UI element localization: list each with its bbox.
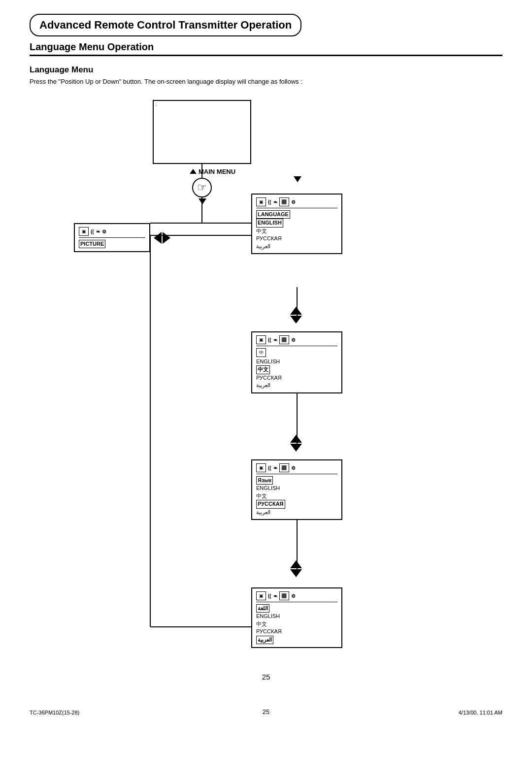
icon-ch-3: ⬛ (279, 463, 289, 472)
lang2-panel-icons: ▣ (( ❧ ⬛ ⚙ (256, 335, 337, 346)
lang1-panel-icons: ▣ (( ❧ ⬛ ⚙ (256, 197, 337, 208)
icon-tv-3: ▣ (256, 463, 266, 472)
icon-tv: ▣ (79, 227, 89, 236)
icon-tv-4: ▣ (256, 591, 266, 600)
icon-vol-3: ❧ (273, 465, 277, 471)
lang2-arabic: العربية (256, 382, 270, 388)
footer-left-text: TC-36PM10Z(15-28) (30, 710, 79, 716)
double-arrow-2-3 (290, 435, 302, 452)
page-title: Advanced Remote Control Transmitter Oper… (30, 14, 301, 36)
lang3-panel-icons: ▣ (( ❧ ⬛ ⚙ (256, 463, 337, 474)
lang1-language-label: LANGUAGE (256, 210, 290, 219)
panel-lang1: ▣ (( ❧ ⬛ ⚙ LANGUAGE ENGLISH 中文 РУССКАЯ ا… (251, 194, 342, 254)
lang3-english: ENGLISH (256, 485, 280, 491)
lang4-russian: РУССКАЯ (256, 628, 282, 634)
lang1-english-label: ENGLISH (256, 219, 283, 227)
icon-set-3: ⚙ (291, 465, 296, 471)
icon-ch-1: ⬛ (279, 197, 289, 206)
main-menu-label: MAIN MENU (190, 168, 235, 175)
icon-vol-4: ❧ (273, 593, 277, 599)
panel-lang4: ▣ (( ❧ ⬛ ⚙ اللغة ENGLISH 中文 РУССКАЯ العر… (251, 587, 342, 648)
icon-set-4: ⚙ (291, 593, 296, 599)
icon-set-2: ⚙ (291, 337, 296, 343)
horiz-arrows (154, 232, 170, 244)
diagram-area: · MAIN MENU ☞ ▣ (( ❧ ⚙ PICTURE ▣ (( ❧ (44, 95, 488, 696)
footer-center-page: 25 (263, 708, 269, 716)
lang3-arabic: العربية (256, 509, 270, 515)
icon-tv-1: ▣ (256, 197, 266, 206)
icon-audio-4: (( (268, 593, 271, 599)
icon-remote: ⚙ (102, 229, 106, 234)
description-text: Press the "Position Up or Down" button. … (30, 78, 502, 85)
lang4-arabic-top-hl: اللغة (256, 604, 269, 613)
lang4-panel-icons: ▣ (( ❧ ⬛ ⚙ (256, 591, 337, 602)
down-arrow-from-cursor (199, 198, 206, 204)
lang2-chinese-hl: 中文 (256, 365, 270, 374)
icon-set-1: ⚙ (291, 199, 296, 205)
icon-audio: (( (91, 229, 94, 234)
arrow-left (154, 232, 162, 244)
panel-lang2: ▣ (( ❧ ⬛ ⚙ 中 ENGLISH 中文 РУССКАЯ العربية (251, 331, 342, 393)
cursor-circle: ☞ (192, 178, 212, 197)
footer-right-text: 4/13/00, 11:01 AM (459, 710, 502, 716)
lang2-chinese-box: 中 (256, 348, 266, 357)
icon-ch-4: ⬛ (279, 591, 289, 600)
lang4-chinese: 中文 (256, 621, 267, 627)
lang3-russian-hl: Язык (256, 476, 273, 485)
lang3-russian-hl2: РУССКАЯ (256, 500, 285, 508)
section-title: Language Menu Operation (30, 41, 502, 56)
double-arrow-3-4 (290, 560, 302, 577)
up-arrow-small (190, 169, 197, 174)
lang1-chinese: 中文 (256, 228, 267, 234)
screen-dot: · (156, 103, 157, 108)
main-menu-text: MAIN MENU (199, 168, 235, 175)
lang4-panel-text: اللغة ENGLISH 中文 РУССКАЯ العربية (256, 604, 337, 644)
lang1-arabic: العربية (256, 243, 270, 249)
icon-audio-2: (( (268, 337, 271, 343)
picture-panel-icons: ▣ (( ❧ ⚙ (79, 227, 145, 238)
subsection-title: Language Menu (30, 65, 502, 75)
lang1-russian: РУССКАЯ (256, 235, 282, 241)
lang3-chinese: 中文 (256, 493, 267, 499)
double-arrow-1-2 (290, 307, 302, 324)
icon-audio-3: (( (268, 465, 271, 471)
icon-ch-2: ⬛ (279, 335, 289, 344)
icon-tv-2: ▣ (256, 335, 266, 344)
icon-settings: ❧ (96, 229, 100, 234)
lang2-russian: РУССКАЯ (256, 375, 282, 381)
lang1-panel-text: LANGUAGE ENGLISH 中文 РУССКАЯ العربية (256, 210, 337, 250)
lang4-arabic-hl: العربية (256, 636, 273, 644)
page-number-center: 25 (262, 673, 270, 681)
panel-picture: ▣ (( ❧ ⚙ PICTURE (74, 223, 150, 252)
lang2-english: ENGLISH (256, 358, 280, 364)
lang3-panel-text: Язык ENGLISH 中文 РУССКАЯ العربية (256, 476, 337, 516)
lang2-panel-text: 中 ENGLISH 中文 РУССКАЯ العربية (256, 348, 337, 390)
down-arrow-to-lang1 (294, 176, 301, 182)
panel-lang3: ▣ (( ❧ ⬛ ⚙ Язык ENGLISH 中文 РУССКАЯ العرب… (251, 459, 342, 520)
picture-panel-text: PICTURE (79, 240, 145, 248)
lang4-english: ENGLISH (256, 613, 280, 619)
icon-vol-2: ❧ (273, 337, 277, 343)
arrow-right (163, 232, 170, 244)
icon-vol-1: ❧ (273, 199, 277, 205)
icon-audio-1: (( (268, 199, 271, 205)
picture-label: PICTURE (79, 240, 105, 248)
screen-box: · (153, 100, 251, 164)
